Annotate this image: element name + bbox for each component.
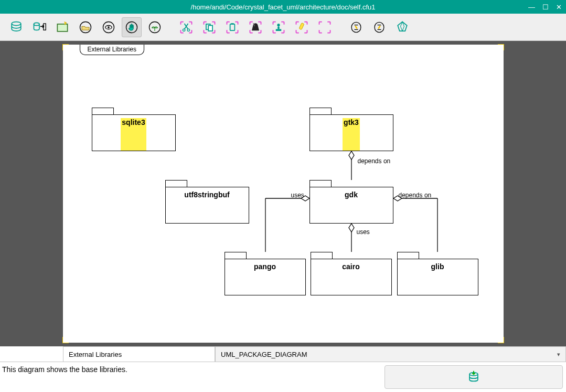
window-title: /home/andi/Code/crystal_facet_uml/archit… — [191, 3, 376, 11]
svg-marker-21 — [349, 151, 354, 160]
cut-icon[interactable] — [176, 17, 196, 37]
window-controls: — ☐ ✕ — [528, 0, 562, 14]
diagram-title-tab[interactable]: External Libraries — [80, 45, 144, 55]
package-sqlite3[interactable]: sqlite3 — [92, 108, 176, 151]
type-field-value: UML_PACKAGE_DIAGRAM — [221, 351, 307, 358]
window-titlebar: /home/andi/Code/crystal_facet_uml/archit… — [0, 0, 566, 14]
canvas-wrapper: External Libraries depends on us — [63, 45, 504, 343]
svg-rect-18 — [299, 23, 304, 29]
export-icon[interactable] — [29, 17, 49, 37]
package-label: gtk3 — [343, 118, 360, 151]
database-icon[interactable] — [6, 17, 26, 37]
svg-point-7 — [108, 26, 110, 28]
svg-point-11 — [187, 29, 189, 31]
reset-select-icon[interactable] — [315, 17, 335, 37]
property-panel: External Libraries UML_PACKAGE_DIAGRAM T… — [0, 346, 566, 392]
package-label: pango — [254, 262, 276, 295]
paste-icon[interactable] — [222, 17, 242, 37]
commit-button[interactable] — [385, 365, 563, 389]
description-row: This diagram shows the base libraries. — [0, 362, 566, 392]
package-gtk3[interactable]: gtk3 — [309, 108, 393, 151]
package-label: cairo — [342, 262, 359, 295]
description-text: This diagram shows the base libraries. — [2, 365, 127, 374]
view-icon[interactable] — [99, 17, 119, 37]
new-window-icon[interactable] — [52, 17, 72, 37]
delete-icon[interactable] — [245, 17, 265, 37]
name-field-value: External Libraries — [69, 351, 122, 358]
folder-icon[interactable] — [76, 17, 95, 37]
package-gdk[interactable]: gdk — [309, 180, 393, 224]
svg-point-0 — [12, 22, 21, 25]
relation-label[interactable]: depends on — [358, 157, 391, 165]
svg-point-10 — [183, 29, 185, 31]
main-toolbar — [0, 14, 566, 41]
svg-point-1 — [34, 23, 40, 25]
minimize-button[interactable]: — — [528, 4, 535, 10]
name-field[interactable]: External Libraries — [63, 346, 215, 362]
property-fields-row: External Libraries UML_PACKAGE_DIAGRAM — [0, 346, 566, 362]
stamp-icon[interactable] — [269, 17, 289, 37]
about-icon[interactable] — [392, 17, 412, 37]
maximize-button[interactable]: ☐ — [542, 4, 549, 10]
database-download-icon — [466, 370, 481, 385]
package-label: gdk — [345, 190, 358, 223]
svg-rect-14 — [230, 24, 235, 30]
diagram-workspace: External Libraries depends on us — [0, 41, 566, 346]
package-label: sqlite3 — [121, 118, 146, 151]
relation-label[interactable]: uses — [291, 192, 304, 199]
plant-icon[interactable] — [145, 17, 165, 37]
redo-icon[interactable] — [369, 17, 389, 37]
close-button[interactable]: ✕ — [556, 4, 562, 10]
svg-rect-3 — [57, 24, 67, 31]
svg-rect-16 — [276, 29, 282, 31]
package-label: glib — [431, 262, 444, 295]
package-glib[interactable]: glib — [397, 252, 478, 295]
package-cairo[interactable]: cairo — [311, 252, 392, 295]
type-dropdown[interactable]: UML_PACKAGE_DIAGRAM — [215, 346, 566, 362]
svg-rect-2 — [44, 24, 46, 30]
description-field[interactable]: This diagram shows the base libraries. — [0, 362, 385, 392]
package-pango[interactable]: pango — [225, 252, 306, 295]
relation-label[interactable]: depends on — [399, 192, 432, 199]
package-label: utf8stringbuf — [184, 190, 229, 223]
svg-point-17 — [277, 24, 280, 26]
highlight-icon[interactable] — [292, 17, 312, 37]
svg-marker-23 — [349, 224, 354, 232]
svg-rect-13 — [208, 25, 212, 31]
spacer — [0, 346, 63, 362]
relation-label[interactable]: uses — [357, 228, 370, 236]
package-utf8stringbuf[interactable]: utf8stringbuf — [165, 180, 249, 224]
connectors-layer — [63, 45, 504, 343]
hand-icon[interactable] — [122, 17, 142, 37]
undo-icon[interactable] — [346, 17, 366, 37]
svg-rect-15 — [231, 23, 233, 25]
copy-icon[interactable] — [199, 17, 219, 37]
diagram-canvas[interactable]: External Libraries depends on us — [63, 45, 504, 343]
